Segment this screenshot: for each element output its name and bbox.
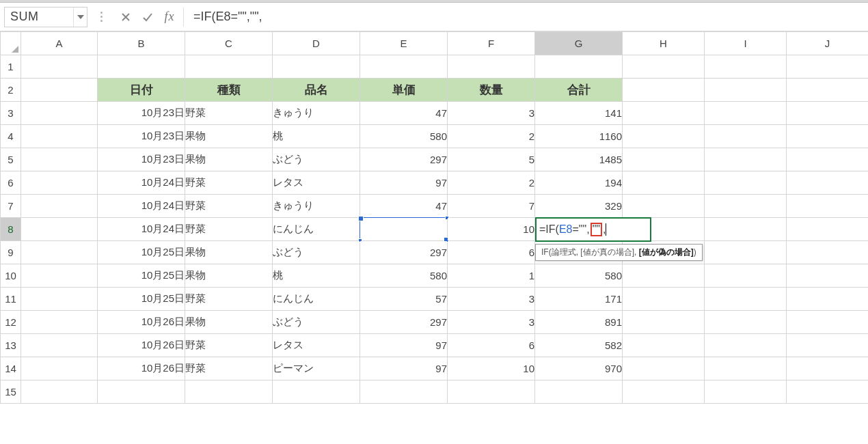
cell-B13[interactable]: 10月26日 xyxy=(98,334,185,357)
col-header-C[interactable]: C xyxy=(185,32,273,55)
cell-G8[interactable]: =IF(E8="","",IF(論理式, [値が真の場合], [値が偽の場合]) xyxy=(535,218,623,241)
cell-B10[interactable]: 10月25日 xyxy=(98,264,185,288)
cell-I14[interactable] xyxy=(705,357,787,380)
cell-A11[interactable] xyxy=(21,288,98,311)
cell-E1[interactable] xyxy=(360,55,448,79)
cell-B4[interactable]: 10月23日 xyxy=(98,125,185,148)
cell-I12[interactable] xyxy=(705,311,787,334)
cell-A3[interactable] xyxy=(21,102,98,125)
cell-D9[interactable]: ぶどう xyxy=(273,241,360,264)
cell-J10[interactable] xyxy=(787,264,869,288)
cell-E10[interactable]: 580 xyxy=(360,264,448,288)
cell-E7[interactable]: 47 xyxy=(360,195,448,218)
cell-B9[interactable]: 10月25日 xyxy=(98,241,185,264)
cell-I8[interactable] xyxy=(705,218,787,241)
row-header-9[interactable]: 9 xyxy=(1,241,21,264)
cancel-button[interactable] xyxy=(115,7,137,27)
cell-I13[interactable] xyxy=(705,334,787,357)
cell-B14[interactable]: 10月26日 xyxy=(98,357,185,380)
col-header-E[interactable]: E xyxy=(360,32,448,55)
col-header-J[interactable]: J xyxy=(787,32,869,55)
cell-D10[interactable]: 桃 xyxy=(273,264,360,288)
cell-A15[interactable] xyxy=(21,380,98,404)
cell-J9[interactable] xyxy=(787,241,869,264)
cell-A12[interactable] xyxy=(21,311,98,334)
col-header-H[interactable]: H xyxy=(623,32,705,55)
cell-F12[interactable]: 3 xyxy=(448,311,535,334)
cell-H6[interactable] xyxy=(623,171,705,195)
cell-J7[interactable] xyxy=(787,195,869,218)
cell-A9[interactable] xyxy=(21,241,98,264)
cell-I9[interactable] xyxy=(705,241,787,264)
cell-D8[interactable]: にんじん xyxy=(273,218,360,241)
row-header-14[interactable]: 14 xyxy=(1,357,21,380)
cell-H13[interactable] xyxy=(623,334,705,357)
cell-B8[interactable]: 10月24日 xyxy=(98,218,185,241)
cell-G15[interactable] xyxy=(535,380,623,404)
cell-C6[interactable]: 野菜 xyxy=(185,171,273,195)
cell-C8[interactable]: 野菜 xyxy=(185,218,273,241)
cell-J5[interactable] xyxy=(787,148,869,171)
cell-E4[interactable]: 580 xyxy=(360,125,448,148)
cell-E14[interactable]: 97 xyxy=(360,357,448,380)
cell-A8[interactable] xyxy=(21,218,98,241)
cell-D5[interactable]: ぶどう xyxy=(273,148,360,171)
cell-H4[interactable] xyxy=(623,125,705,148)
cell-B3[interactable]: 10月23日 xyxy=(98,102,185,125)
cell-H14[interactable] xyxy=(623,357,705,380)
cell-A14[interactable] xyxy=(21,357,98,380)
cell-H15[interactable] xyxy=(623,380,705,404)
insert-function-button[interactable]: fx xyxy=(159,7,180,27)
cell-H11[interactable] xyxy=(623,288,705,311)
cell-G3[interactable]: 141 xyxy=(535,102,623,125)
cell-B15[interactable] xyxy=(98,380,185,404)
row-header-7[interactable]: 7 xyxy=(1,195,21,218)
cell-F15[interactable] xyxy=(448,380,535,404)
cell-I11[interactable] xyxy=(705,288,787,311)
cell-D14[interactable]: ピーマン xyxy=(273,357,360,380)
cell-J11[interactable] xyxy=(787,288,869,311)
cell-E13[interactable]: 97 xyxy=(360,334,448,357)
cell-F14[interactable]: 10 xyxy=(448,357,535,380)
col-header-D[interactable]: D xyxy=(273,32,360,55)
cell-H10[interactable] xyxy=(623,264,705,288)
cell-J15[interactable] xyxy=(787,380,869,404)
col-header-A[interactable]: A xyxy=(21,32,98,55)
cell-C15[interactable] xyxy=(185,380,273,404)
cell-G2[interactable]: 合計 xyxy=(535,79,623,102)
cell-E2[interactable]: 単価 xyxy=(360,79,448,102)
cell-I4[interactable] xyxy=(705,125,787,148)
cell-G12[interactable]: 891 xyxy=(535,311,623,334)
cell-C10[interactable]: 果物 xyxy=(185,264,273,288)
cell-I6[interactable] xyxy=(705,171,787,195)
col-header-B[interactable]: B xyxy=(98,32,185,55)
name-box[interactable]: SUM xyxy=(4,7,87,27)
cell-A7[interactable] xyxy=(21,195,98,218)
cell-G13[interactable]: 582 xyxy=(535,334,623,357)
cell-D1[interactable] xyxy=(273,55,360,79)
cell-A13[interactable] xyxy=(21,334,98,357)
cell-G7[interactable]: 329 xyxy=(535,195,623,218)
cell-I5[interactable] xyxy=(705,148,787,171)
cell-J3[interactable] xyxy=(787,102,869,125)
cell-B12[interactable]: 10月26日 xyxy=(98,311,185,334)
cell-J6[interactable] xyxy=(787,171,869,195)
cell-E15[interactable] xyxy=(360,380,448,404)
cell-F4[interactable]: 2 xyxy=(448,125,535,148)
row-header-5[interactable]: 5 xyxy=(1,148,21,171)
cell-F7[interactable]: 7 xyxy=(448,195,535,218)
cell-G4[interactable]: 1160 xyxy=(535,125,623,148)
col-header-I[interactable]: I xyxy=(705,32,787,55)
enter-button[interactable] xyxy=(137,7,159,27)
cell-E11[interactable]: 57 xyxy=(360,288,448,311)
cell-B5[interactable]: 10月23日 xyxy=(98,148,185,171)
cell-B7[interactable]: 10月24日 xyxy=(98,195,185,218)
col-header-F[interactable]: F xyxy=(448,32,535,55)
cell-J12[interactable] xyxy=(787,311,869,334)
cell-F2[interactable]: 数量 xyxy=(448,79,535,102)
cell-E6[interactable]: 97 xyxy=(360,171,448,195)
sheet-grid[interactable]: A B C D E F G H I J 12日付種類品名単価数量合計310月23… xyxy=(0,31,868,404)
row-header-10[interactable]: 10 xyxy=(1,264,21,288)
row-header-11[interactable]: 11 xyxy=(1,288,21,311)
cell-J4[interactable] xyxy=(787,125,869,148)
